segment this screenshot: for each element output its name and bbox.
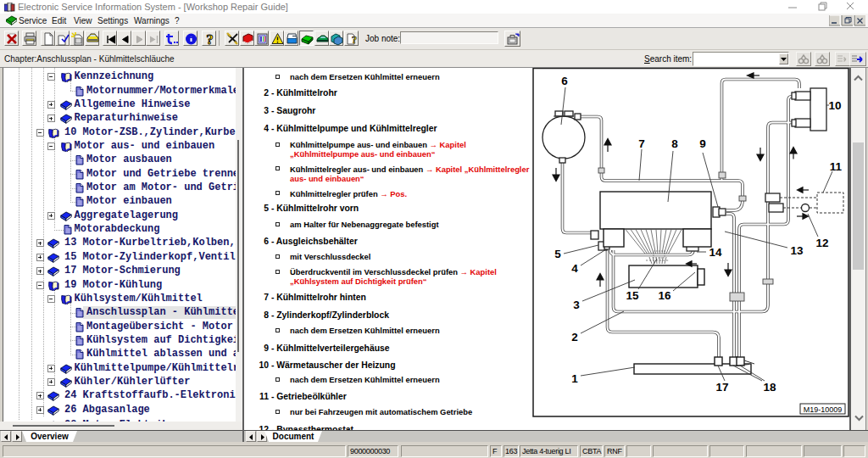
svg-text:2: 2 [571, 331, 578, 344]
svg-text:5: 5 [554, 248, 561, 260]
svg-text:11: 11 [830, 160, 843, 173]
svg-text:6: 6 [561, 75, 568, 87]
svg-text:M19-10009: M19-10009 [804, 405, 843, 414]
svg-text:13: 13 [790, 244, 804, 257]
svg-text:9: 9 [699, 137, 706, 150]
svg-text:?: ? [352, 33, 358, 46]
svg-text:4: 4 [571, 262, 578, 275]
svg-text:?: ? [206, 32, 214, 46]
svg-text:14: 14 [709, 246, 722, 259]
svg-text:17: 17 [715, 381, 728, 394]
svg-text:7: 7 [638, 137, 645, 150]
svg-text:1: 1 [571, 372, 578, 385]
svg-text:18: 18 [763, 381, 776, 394]
svg-text:16: 16 [658, 289, 671, 302]
svg-text:10: 10 [828, 99, 841, 112]
svg-text:3: 3 [573, 299, 580, 311]
svg-text:15: 15 [626, 289, 639, 302]
svg-text:12: 12 [815, 237, 828, 249]
svg-text:8: 8 [671, 137, 678, 150]
